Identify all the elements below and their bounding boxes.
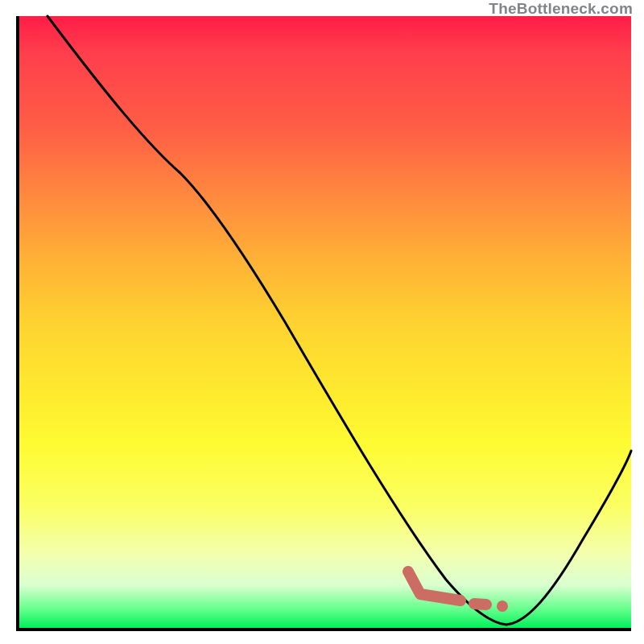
chart-stage: TheBottleneck.com (0, 0, 644, 644)
main-curve (47, 16, 631, 625)
plot-area (16, 16, 631, 631)
valley-accent-dot (497, 601, 508, 612)
chart-svg (19, 16, 631, 628)
valley-accent-dash (474, 604, 486, 605)
